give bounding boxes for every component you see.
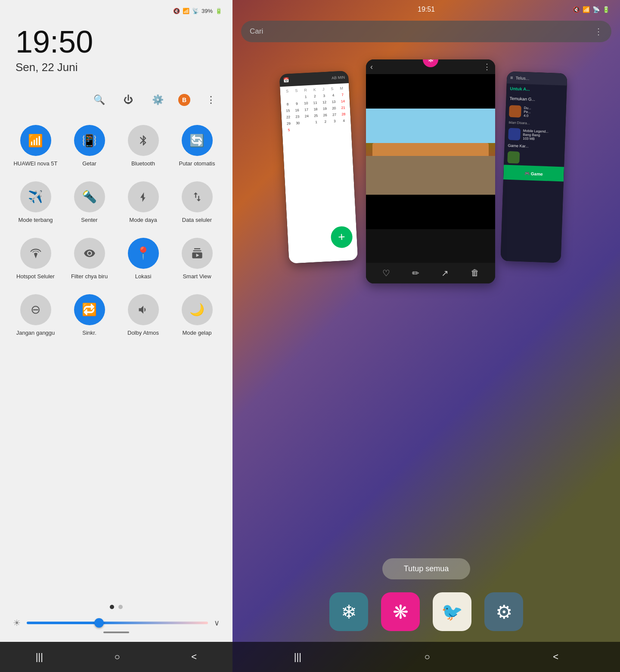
photo-bottom-black (366, 195, 495, 229)
cal-cell: 10 (302, 100, 310, 106)
hotspot-tile-icon (20, 238, 51, 269)
page-dots (13, 605, 220, 609)
location-tile-icon: 📍 (128, 238, 159, 269)
nav-bar-left: ||| ○ < (0, 642, 232, 672)
gallery-edit-icon[interactable]: ✏ (412, 268, 419, 278)
wifi-icon: 📶 (183, 8, 189, 14)
search-button[interactable]: 🔍 (90, 91, 108, 109)
brightness-thumb (94, 618, 104, 628)
right-signal-icon: 📡 (592, 6, 600, 13)
house-wall (366, 156, 495, 177)
back-button-right[interactable]: < (544, 647, 567, 667)
tile-dnd[interactable]: ⊖ Jangan ganggu (9, 286, 62, 343)
home-button-left[interactable]: ○ (106, 647, 129, 667)
bottom-app-settings[interactable]: ⚙ (484, 592, 523, 631)
calendar-icon: 📅 (283, 77, 289, 83)
tile-dolby[interactable]: Dolby Atmos (116, 286, 170, 343)
cal-cell: 16 (293, 107, 301, 113)
tile-location[interactable]: 📍 Lokasi (116, 230, 170, 286)
cal-cell-28: 28 (339, 111, 348, 117)
brightness-track[interactable] (27, 622, 208, 624)
recents-button-right[interactable]: ||| (285, 647, 310, 667)
search-more-icon[interactable]: ⋮ (594, 26, 603, 37)
cal-cell: 22 (284, 114, 293, 120)
app-card-gallery[interactable]: ❋ ‹ ⋮ ♡ ✏ ↗ 🗑 (366, 59, 495, 283)
close-all-button[interactable]: Tutup semua (382, 558, 470, 579)
tile-wifi-label: HUAWEI nova 5T (13, 160, 57, 168)
search-placeholder: Cari (250, 27, 263, 36)
tile-vibrate[interactable]: 📳 Getar (62, 117, 116, 174)
notification-badge[interactable]: B (178, 94, 190, 106)
search-bar[interactable]: Cari ⋮ (241, 21, 611, 42)
app-switcher: 📅 AB MIN SSRKJSM 1 2 3 4 7 8 (232, 47, 620, 550)
cal-cell: 4 (329, 92, 338, 98)
tile-bluelight[interactable]: Filter chya biru (62, 230, 116, 286)
gallery-delete-icon[interactable]: 🗑 (471, 268, 479, 278)
tile-data-label: Data seluler (182, 217, 212, 224)
brightness-expand-icon[interactable]: ∨ (214, 618, 220, 628)
home-button-right[interactable]: ○ (416, 647, 439, 667)
more-button[interactable]: ⋮ (202, 91, 220, 109)
add-event-fab[interactable]: + (330, 226, 353, 249)
back-button-left[interactable]: < (183, 647, 205, 667)
gallery-back-icon[interactable]: ‹ (370, 62, 373, 72)
tile-smartview[interactable]: Smart View (170, 230, 224, 286)
tile-darkmode[interactable]: 🌙 Mode gelap (170, 286, 224, 343)
tile-powersave[interactable]: Mode daya (116, 174, 170, 230)
bottom-app-flower[interactable]: ❋ (381, 592, 420, 631)
ml-icon (508, 128, 521, 140)
gallery-share-icon[interactable]: ↗ (441, 268, 449, 278)
left-panel: 🔇 📶 📡 39% 🔋 19:50 Sen, 22 Juni 🔍 ⏻ ⚙️ B … (0, 0, 232, 672)
app-card-playstore[interactable]: ≡ Telus... Untuk A... Temukan G... Du...… (500, 72, 567, 263)
power-button[interactable]: ⏻ (120, 91, 137, 109)
tile-bluetooth[interactable]: Bluetooth (116, 117, 170, 174)
game-title: Du...Pe...4.0 (524, 106, 531, 118)
tile-flashlight[interactable]: 🔦 Senter (62, 174, 116, 230)
flashlight-tile-icon: 🔦 (74, 181, 105, 212)
brightness-row: ☀ ∨ (13, 618, 220, 628)
tile-hotspot[interactable]: Hotspot Seluler (9, 230, 62, 286)
cal-cell: 17 (302, 107, 311, 113)
gallery-heart-icon[interactable]: ♡ (382, 268, 390, 278)
nav-bar-right: ||| ○ < (232, 642, 620, 672)
tile-darkmode-label: Mode gelap (183, 330, 212, 337)
tile-data[interactable]: Data seluler (170, 174, 224, 230)
status-icons: 🔇 📶 📡 39% 🔋 (173, 8, 222, 14)
top-actions: 🔍 ⏻ ⚙️ B ⋮ (0, 87, 232, 113)
darkmode-tile-icon: 🌙 (182, 294, 213, 325)
bottom-app-snowflake[interactable]: ❄ (329, 592, 368, 631)
cal-cell: 29 (284, 121, 293, 127)
cal-cell: 3 (330, 118, 339, 124)
calendar-card-content: 📅 AB MIN SSRKJSM 1 2 3 4 7 8 (279, 71, 358, 264)
right-mute-icon: 🔇 (573, 6, 580, 13)
game-icon (509, 105, 521, 118)
ml-title: Mobile Legend...Bang Bang103 MB (523, 129, 549, 141)
cal-cell: 25 (312, 113, 320, 119)
gallery-footer: ♡ ✏ ↗ 🗑 (366, 263, 495, 283)
tile-wifi[interactable]: 📶 HUAWEI nova 5T (9, 117, 62, 174)
cal-cell: 2 (310, 93, 319, 100)
cal-cell: 18 (311, 106, 320, 112)
cal-cell: 12 (320, 100, 329, 106)
game-tab[interactable]: 🎮 Game (503, 165, 564, 182)
gallery-more-icon[interactable]: ⋮ (483, 62, 491, 72)
tile-sync[interactable]: 🔁 Sinkr. (62, 286, 116, 343)
tile-airplane[interactable]: ✈️ Mode terbang (9, 174, 62, 230)
sky (366, 109, 495, 143)
dolby-tile-icon (128, 294, 159, 325)
tile-autorotate[interactable]: 🔄 Putar otomatis (170, 117, 224, 174)
bottom-app-swift[interactable]: 🐦 (433, 592, 471, 631)
tile-vibrate-label: Getar (82, 160, 96, 168)
app-card-calendar[interactable]: 📅 AB MIN SSRKJSM 1 2 3 4 7 8 (279, 71, 358, 264)
cal-cell: 1 (312, 119, 320, 125)
gear-icon: ⚙ (496, 601, 512, 623)
ground (366, 177, 495, 195)
settings-button[interactable]: ⚙️ (149, 91, 166, 109)
dnd-tile-icon: ⊖ (20, 294, 51, 325)
tile-bluetooth-label: Bluetooth (131, 160, 155, 168)
swift-icon: 🐦 (441, 602, 463, 622)
tile-dnd-label: Jangan ganggu (16, 330, 55, 337)
recents-button-left[interactable]: ||| (27, 647, 52, 667)
cal-cell (303, 120, 311, 126)
divider (103, 632, 129, 633)
